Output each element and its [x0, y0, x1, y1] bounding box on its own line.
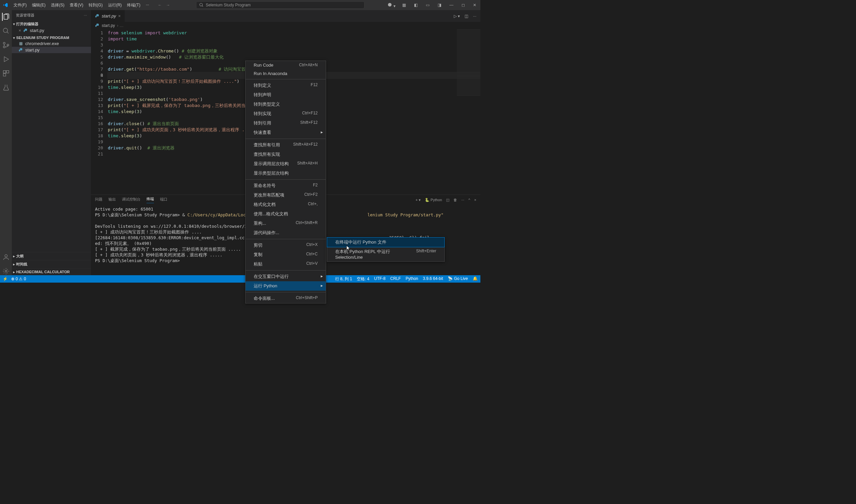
context-submenu-run-python: 在终端中运行 Python 文件在本机 Python REPL 中运行 Sele… [327, 237, 445, 262]
context-menu-item[interactable]: 转到定义F12 [245, 81, 326, 90]
open-editors-header[interactable]: ▾ 打开的编辑器 [12, 21, 91, 27]
context-submenu-item[interactable]: 在本机 Python REPL 中运行 Selection/LineShift+… [327, 247, 444, 262]
run-debug-icon[interactable] [2, 55, 10, 63]
minimap[interactable] [457, 29, 480, 96]
menu-overflow-icon[interactable]: ··· [143, 1, 152, 10]
panel-more-icon[interactable]: ··· [461, 198, 464, 202]
notifications-icon[interactable]: 🔔 [473, 276, 478, 282]
menu-run[interactable]: 运行(R) [105, 1, 125, 10]
panel-tab-output[interactable]: 输出 [108, 197, 116, 203]
svg-rect-13 [19, 42, 22, 45]
indentation[interactable]: 空格: 4 [357, 276, 369, 282]
context-menu-item[interactable]: 在交互窗口中运行▸ [245, 272, 326, 281]
context-menu-item[interactable]: 转到实现Ctrl+F12 [245, 109, 326, 119]
breadcrumbs[interactable]: start.py › … [91, 22, 480, 29]
context-menu-item[interactable]: 使用...格式化文档 [245, 209, 326, 219]
vscode-logo-icon [3, 2, 8, 8]
run-file-icon[interactable]: ▷ ▾ [454, 14, 460, 18]
panel-tab-terminal[interactable]: 终端 [147, 197, 154, 203]
layout-grid-icon[interactable]: ▦ [401, 3, 407, 7]
split-editor-icon[interactable]: ◫ [465, 14, 468, 18]
maximize-panel-icon[interactable]: ^ [468, 198, 470, 202]
svg-point-0 [200, 3, 202, 6]
timeline-header[interactable]: ▸ 时间线 [12, 261, 91, 268]
outline-label: 大纲 [16, 254, 23, 259]
menu-file[interactable]: 文件(F) [11, 1, 29, 10]
hexcalc-header[interactable]: ▸ HEXADECIMAL CALCULATOR [12, 269, 91, 274]
split-terminal-icon[interactable]: ◫ [446, 198, 449, 202]
context-menu-item[interactable]: 转到类型定义 [245, 100, 326, 109]
menu-view[interactable]: 查看(V) [67, 1, 86, 10]
sidebar-more-icon[interactable]: ··· [84, 13, 87, 17]
context-menu-item[interactable]: 转到声明 [245, 90, 326, 100]
outline-header[interactable]: ▸ 大纲 [12, 253, 91, 259]
titlebar: 文件(F) 编辑(E) 选择(S) 查看(V) 转到(G) 运行(R) 终端(T… [0, 0, 480, 10]
terminal-kind-icon[interactable]: 🐍 Python [425, 198, 442, 202]
menu-select[interactable]: 选择(S) [48, 1, 67, 10]
source-control-icon[interactable] [2, 41, 10, 49]
nav-back-icon[interactable]: ← [158, 3, 162, 7]
menu-edit[interactable]: 编辑(E) [29, 1, 48, 10]
testing-icon[interactable] [2, 84, 10, 91]
context-menu-item[interactable]: 运行 Python▸ [245, 281, 326, 283]
open-editor-item[interactable]: × start.py [12, 27, 91, 34]
python-version[interactable]: 3.9.6 64-bit [423, 276, 443, 282]
tab-start-py[interactable]: start.py × [91, 10, 125, 22]
extensions-icon[interactable] [2, 69, 10, 77]
explorer-icon[interactable] [2, 13, 10, 21]
context-menu-item[interactable]: 复制Ctrl+C [245, 250, 326, 259]
close-panel-icon[interactable]: × [474, 198, 476, 202]
file-name: chromedriver.exe [25, 41, 59, 46]
new-terminal-icon[interactable]: + ▾ [415, 198, 421, 202]
context-menu-item[interactable]: 剪切Ctrl+X [245, 240, 326, 250]
context-menu-item[interactable]: 快速查看▸ [245, 128, 326, 137]
copilot-icon[interactable]: ▾ [387, 2, 395, 8]
context-menu-item[interactable]: 源代码操作... [245, 228, 326, 237]
eol[interactable]: CRLF [391, 276, 401, 282]
context-menu-item[interactable]: 重构...Ctrl+Shift+R [245, 219, 326, 228]
context-menu-item[interactable]: Run CodeCtrl+Alt+N [245, 61, 326, 69]
python-file-icon [19, 48, 23, 53]
context-menu-item[interactable]: 查找所有实现 [245, 150, 326, 159]
encoding[interactable]: UTF-8 [374, 276, 386, 282]
context-menu-item[interactable]: 查找所有引用Shift+Alt+F12 [245, 140, 326, 150]
context-menu-item[interactable]: 更改所有匹配项Ctrl+F2 [245, 191, 326, 200]
language-mode[interactable]: Python [406, 276, 418, 282]
go-live[interactable]: 📡 Go Live [448, 276, 468, 282]
errors-warnings[interactable]: ⊗ 0 ⚠ 0 [11, 276, 26, 281]
context-submenu-item[interactable]: 在终端中运行 Python 文件 [327, 237, 444, 247]
context-menu-item[interactable]: Run In Anaconda [245, 69, 326, 78]
panel-tab-ports[interactable]: 端口 [160, 197, 168, 203]
minimize-icon[interactable]: — [448, 3, 455, 7]
context-menu-item[interactable]: 粘贴Ctrl+V [245, 259, 326, 269]
search-icon [199, 3, 204, 7]
context-menu-item[interactable]: 显示类型层次结构 [245, 168, 326, 178]
panel-left-icon[interactable]: ◧ [413, 3, 419, 7]
maximize-icon[interactable]: ◻ [460, 3, 466, 7]
context-menu-item[interactable]: 显示调用层次结构Shift+Alt+H [245, 159, 326, 168]
panel-tab-problems[interactable]: 问题 [95, 197, 102, 203]
project-header[interactable]: ▾ SELENIUM STUDY PROGRAM [12, 35, 91, 40]
remote-indicator-icon[interactable]: ⚡ [3, 276, 8, 281]
kill-terminal-icon[interactable]: 🗑 [453, 198, 457, 202]
context-menu-item[interactable]: 重命名符号F2 [245, 181, 326, 191]
context-menu-item[interactable]: 转到引用Shift+F12 [245, 119, 326, 128]
menu-go[interactable]: 转到(G) [86, 1, 105, 10]
panel-tab-debug[interactable]: 调试控制台 [122, 197, 140, 203]
menu-terminal[interactable]: 终端(T) [124, 1, 143, 10]
panel-bottom-icon[interactable]: ▭ [425, 3, 431, 7]
panel-right-icon[interactable]: ◨ [436, 3, 443, 7]
search-activity-icon[interactable] [2, 27, 10, 35]
command-center[interactable]: Selenium Study Program [196, 1, 364, 9]
nav-forward-icon[interactable]: → [166, 3, 170, 7]
settings-gear-icon[interactable] [2, 267, 10, 275]
close-window-icon[interactable]: ✕ [472, 3, 478, 7]
file-item-start[interactable]: start.py [12, 47, 91, 53]
close-editor-icon[interactable]: × [19, 28, 21, 33]
context-menu-item[interactable]: 格式化文档Ctrl+, [245, 200, 326, 209]
editor-more-icon[interactable]: ··· [473, 14, 476, 18]
close-tab-icon[interactable]: × [118, 14, 121, 18]
accounts-icon[interactable] [2, 253, 10, 261]
cursor-position[interactable]: 行 8, 列 1 [335, 276, 353, 282]
file-item-chromedriver[interactable]: chromedriver.exe [12, 40, 91, 47]
